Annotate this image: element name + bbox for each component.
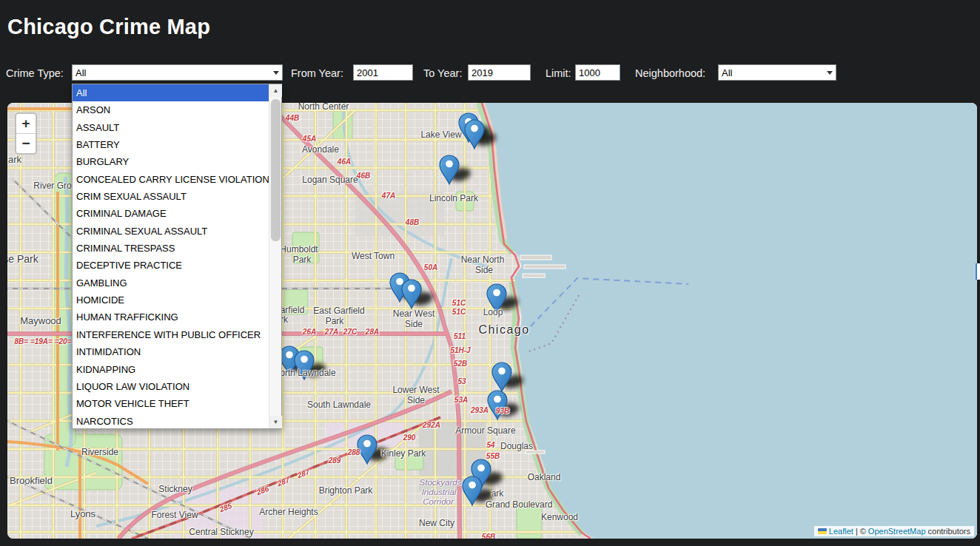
crime-type-option[interactable]: CRIM SEXUAL ASSAULT <box>73 188 269 205</box>
crime-type-option[interactable]: HOMICIDE <box>73 291 269 309</box>
crime-type-value: All <box>75 67 270 78</box>
attribution-separator: | <box>856 527 858 536</box>
scrollbar-thumb[interactable] <box>271 99 281 241</box>
crime-type-select[interactable]: All <box>72 64 283 81</box>
limit-input[interactable] <box>575 64 620 81</box>
scroll-down-icon[interactable]: ▼ <box>269 416 282 428</box>
crime-type-option[interactable]: CRIMINAL DAMAGE <box>73 205 269 222</box>
crime-type-option[interactable]: MOTOR VEHICLE THEFT <box>73 395 269 412</box>
crime-type-option[interactable]: CONCEALED CARRY LICENSE VIOLATION <box>73 171 269 188</box>
from-year-input[interactable] <box>353 64 413 81</box>
crime-type-option[interactable]: CRIMINAL TRESPASS <box>73 240 269 257</box>
crime-type-option[interactable]: All <box>73 84 269 101</box>
crime-type-option[interactable]: GAMBLING <box>73 274 269 291</box>
crime-type-dropdown: AllARSONASSAULTBATTERYBURGLARYCONCEALED … <box>72 84 282 429</box>
zoom-control: + − <box>15 112 37 155</box>
crime-type-option[interactable]: NARCOTICS <box>73 413 269 428</box>
copyright-symbol: © <box>860 527 866 536</box>
crime-type-option[interactable]: KIDNAPPING <box>73 361 269 378</box>
crime-type-option[interactable]: ASSAULT <box>73 119 269 136</box>
leaflet-link[interactable]: Leaflet <box>829 527 853 536</box>
crime-type-option[interactable]: CRIMINAL SEXUAL ASSAULT <box>73 223 269 240</box>
crime-type-option[interactable]: INTERFERENCE WITH PUBLIC OFFICER <box>73 326 269 343</box>
ukraine-flag-icon <box>818 528 827 534</box>
crime-type-option[interactable]: DECEPTIVE PRACTICE <box>73 257 269 274</box>
page-title: Chicago Crime Map <box>7 15 210 39</box>
crime-type-option[interactable]: ARSON <box>73 101 269 118</box>
neighborhood-value: All <box>722 67 824 78</box>
crime-type-option[interactable]: HUMAN TRAFFICKING <box>73 309 269 326</box>
map-attribution: Leaflet | © OpenStreetMap contributors <box>814 526 974 536</box>
lake-michigan <box>485 103 977 539</box>
from-year-label: From Year: <box>291 67 343 79</box>
to-year-label: To Year: <box>423 67 462 79</box>
zoom-out-button[interactable]: − <box>16 134 36 153</box>
page-scrollbar-fragment[interactable] <box>976 263 980 280</box>
crime-type-option[interactable]: BURGLARY <box>73 153 269 170</box>
chevron-down-icon <box>827 71 833 75</box>
app-window: Chicago Crime Map Crime Type: All From Y… <box>0 0 980 546</box>
crime-type-options: AllARSONASSAULTBATTERYBURGLARYCONCEALED … <box>73 84 269 428</box>
neighborhood-select[interactable]: All <box>718 64 836 81</box>
crime-type-option[interactable]: BATTERY <box>73 136 269 153</box>
crime-type-label: Crime Type: <box>6 67 64 79</box>
attribution-suffix: contributors <box>928 527 970 536</box>
limit-label: Limit: <box>546 67 571 79</box>
to-year-input[interactable] <box>468 64 531 81</box>
chevron-down-icon <box>273 71 279 75</box>
dropdown-scrollbar[interactable]: ▲ ▼ <box>269 84 281 428</box>
osm-link[interactable]: OpenStreetMap <box>868 527 926 536</box>
scroll-up-icon[interactable]: ▲ <box>269 84 282 97</box>
crime-type-option[interactable]: INTIMIDATION <box>73 343 269 360</box>
neighborhood-label: Neighborhood: <box>635 67 705 79</box>
zoom-in-button[interactable]: + <box>16 114 36 134</box>
crime-type-option[interactable]: LIQUOR LAW VIOLATION <box>73 378 269 395</box>
